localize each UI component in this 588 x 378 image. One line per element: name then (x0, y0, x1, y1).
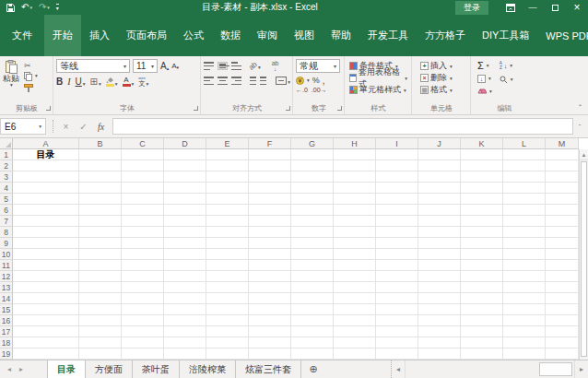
cell-M8[interactable] (546, 227, 579, 238)
cell-F11[interactable] (249, 260, 291, 271)
cell-A16[interactable] (13, 315, 79, 326)
cell-M2[interactable] (546, 160, 579, 171)
cell-A2[interactable] (13, 160, 79, 171)
cell-E10[interactable] (206, 249, 249, 260)
cell-K9[interactable] (461, 238, 503, 249)
alignment-dialog-launcher[interactable] (286, 106, 290, 111)
cell-K1[interactable] (461, 149, 503, 160)
cell-D18[interactable] (164, 337, 206, 348)
cell-D15[interactable] (164, 304, 206, 315)
cell-H2[interactable] (334, 160, 376, 171)
cell-B14[interactable] (79, 293, 122, 304)
column-header-E[interactable]: E (206, 138, 249, 149)
fill-button[interactable]: ↓▾ (477, 73, 491, 85)
cell-M7[interactable] (546, 216, 579, 227)
collapse-ribbon-button[interactable]: ˆ (579, 103, 582, 112)
cell-F13[interactable] (249, 282, 291, 293)
cell-I14[interactable] (376, 293, 418, 304)
row-header-7[interactable]: 7 (0, 216, 13, 227)
ribbon-tab-7[interactable]: 帮助 (323, 15, 359, 56)
cell-A12[interactable] (13, 271, 79, 282)
number-dialog-launcher[interactable] (337, 106, 342, 111)
cell-A8[interactable] (13, 227, 79, 238)
cell-F2[interactable] (249, 160, 291, 171)
cell-L13[interactable] (503, 282, 546, 293)
cell-A14[interactable] (13, 293, 79, 304)
cell-K8[interactable] (461, 227, 503, 238)
cell-K15[interactable] (461, 304, 503, 315)
cell-M13[interactable] (546, 282, 579, 293)
cell-G19[interactable] (291, 348, 334, 360)
cell-G7[interactable] (291, 216, 334, 227)
cell-I18[interactable] (376, 337, 418, 348)
cell-B8[interactable] (79, 227, 122, 238)
cell-D5[interactable] (164, 194, 206, 205)
cell-G5[interactable] (291, 194, 334, 205)
bold-button[interactable]: B (56, 77, 63, 87)
cell-I19[interactable] (376, 348, 418, 360)
cell-B13[interactable] (79, 282, 122, 293)
cell-C8[interactable] (122, 227, 164, 238)
cell-F6[interactable] (249, 205, 291, 216)
cell-F16[interactable] (249, 315, 291, 326)
cell-H16[interactable] (334, 315, 376, 326)
font-name-select[interactable]: 等线▾ (56, 59, 130, 73)
column-header-I[interactable]: I (376, 138, 418, 149)
cell-B2[interactable] (79, 160, 122, 171)
cell-F4[interactable] (249, 183, 291, 194)
cell-E5[interactable] (206, 194, 249, 205)
decrease-decimal-button[interactable]: .00→ (312, 87, 327, 93)
cell-F19[interactable] (249, 348, 291, 360)
column-header-H[interactable]: H (334, 138, 376, 149)
cell-B12[interactable] (79, 271, 122, 282)
find-select-button[interactable]: ▾ (500, 74, 513, 86)
horizontal-scrollbar[interactable]: ◂ ▸ (391, 360, 588, 378)
cell-A11[interactable] (13, 260, 79, 271)
middle-align-button[interactable] (218, 62, 228, 70)
cell-H12[interactable] (334, 271, 376, 282)
ribbon-tab-6[interactable]: 视图 (286, 15, 323, 56)
cell-B9[interactable] (79, 238, 122, 249)
cell-M12[interactable] (546, 271, 579, 282)
row-header-3[interactable]: 3 (0, 171, 13, 183)
cell-G10[interactable] (291, 249, 334, 260)
cell-L4[interactable] (503, 183, 546, 194)
row-header-8[interactable]: 8 (0, 227, 13, 238)
cell-E11[interactable] (206, 260, 249, 271)
formula-input[interactable] (112, 118, 573, 135)
cell-B18[interactable] (79, 337, 122, 348)
cell-G6[interactable] (291, 205, 334, 216)
font-size-select[interactable]: 11▾ (133, 59, 158, 73)
row-header-6[interactable]: 6 (0, 205, 13, 216)
borders-button[interactable]: ⊞▾ (90, 77, 101, 87)
cell-E12[interactable] (206, 271, 249, 282)
cell-J14[interactable] (418, 293, 461, 304)
sheet-tab-4[interactable]: 炫富三件套 (236, 360, 301, 378)
cell-H1[interactable] (334, 149, 376, 160)
column-header-J[interactable]: J (418, 138, 461, 149)
name-box-dropdown-icon[interactable]: ▾ (39, 124, 41, 129)
scroll-up-icon[interactable]: ▴ (580, 149, 588, 160)
cell-G11[interactable] (291, 260, 334, 271)
column-header-C[interactable]: C (122, 138, 164, 149)
cell-C12[interactable] (122, 271, 164, 282)
cell-J11[interactable] (418, 260, 461, 271)
cell-H5[interactable] (334, 194, 376, 205)
cell-L5[interactable] (503, 194, 546, 205)
ribbon-tab-8[interactable]: 开发工具 (359, 15, 417, 56)
cell-C7[interactable] (122, 216, 164, 227)
cell-D17[interactable] (164, 326, 206, 337)
row-header-9[interactable]: 9 (0, 238, 13, 249)
ribbon-tab-10[interactable]: DIY工具箱 (474, 15, 537, 56)
copy-button[interactable]: ▾ (22, 72, 40, 81)
cell-J12[interactable] (418, 271, 461, 282)
cell-M15[interactable] (546, 304, 579, 315)
cell-E14[interactable] (206, 293, 249, 304)
cell-E17[interactable] (206, 326, 249, 337)
sign-in-button[interactable]: 登录 (455, 1, 488, 15)
cell-C16[interactable] (122, 315, 164, 326)
cell-C17[interactable] (122, 326, 164, 337)
cell-C6[interactable] (122, 205, 164, 216)
vertical-scrollbar[interactable]: ▴ (579, 149, 588, 360)
cell-K3[interactable] (461, 171, 503, 183)
